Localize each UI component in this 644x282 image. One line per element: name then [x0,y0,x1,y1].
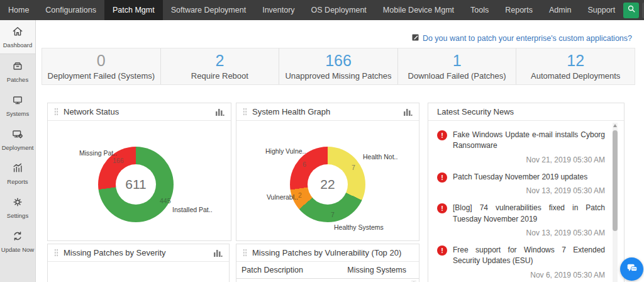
news-title-link[interactable]: Free support for Windows 7 Extended Secu… [453,245,605,267]
news-scrollbar-thumb[interactable] [613,130,618,231]
sidebar-item-label: Deployment [2,144,34,151]
nav-item-admin[interactable]: Admin [541,0,579,20]
drag-handle-icon[interactable] [54,108,58,116]
sidebar-item-reports[interactable]: Reports [0,156,35,190]
nav-item-reports[interactable]: Reports [497,0,541,20]
news-scrollbar [613,123,618,282]
stat-value: 166 [325,52,352,70]
custom-apps-link[interactable]: Do you want to patch your enterprise's c… [412,33,632,43]
patch-box-icon [11,60,24,75]
vulnerability-panel: Missing Patches by Vulnerability (Top 20… [236,244,419,282]
stat-label: Require Reboot [191,71,248,81]
stat-label: Unapproved Missing Patches [285,71,391,81]
nav-item-home[interactable]: Home [0,0,37,20]
slice-label-health-not: Health Not.. [363,153,397,161]
slice-label-installed: Installed Pat.. [172,206,213,213]
chart-type-icon[interactable] [213,249,223,257]
custom-apps-link-text: Do you want to patch your enterprise's c… [423,34,632,43]
slice-label-vulnerable: Vulnerabl.. [267,193,298,201]
nav-item-support[interactable]: Support [579,0,623,20]
panel-title: Missing Patches by Vulnerability (Top 20… [252,248,401,257]
chat-widget-button[interactable] [620,257,643,281]
security-news-panel: Latest Security News ! Fake Windows Upda… [428,103,625,282]
news-title-link[interactable]: Patch Tuesday November 2019 updates [453,172,605,183]
donut-center-total: 22 [308,164,348,205]
severity-panel: Missing Patches by Severity [47,244,230,282]
panel-title: Missing Patches by Severity [64,248,166,257]
slice-value-highly-vulnerable: 6 [303,161,306,168]
stat-value: 2 [215,52,224,70]
slice-value-health-not: 7 [352,164,355,171]
refresh-icon [11,230,24,245]
stat-require-reboot[interactable]: 2 Require Reboot [161,48,280,84]
search-button[interactable] [623,3,639,18]
news-item: ! Fake Windows Update e-mail installs Cy… [437,125,605,167]
chart-type-icon[interactable] [403,108,413,116]
column-missing-systems: Missing Systems [347,266,406,274]
nav-item-inventory[interactable]: Inventory [254,0,303,20]
drag-handle-icon[interactable] [243,108,247,116]
sidebar-item-patches[interactable]: Patches [0,54,35,88]
stat-label: Download Failed (Patches) [408,71,506,81]
sidebar-item-label: Update Now [1,246,34,253]
stat-label: Automated Deployments [531,71,620,81]
news-date: Nov 13, 2019 05:30 AM [453,228,605,237]
alert-icon: ! [437,130,447,140]
scroll-up-arrow-icon[interactable] [613,124,617,127]
slice-value-vulnerable: 2 [298,191,302,199]
system-health-panel: System Health Graph 22 Highly Vulne.. 6 … [236,103,419,241]
left-sidebar: Dashboard Patches Systems Deployment Rep… [0,20,36,282]
stat-automated-deployments[interactable]: 12 Automated Deployments [516,48,635,84]
sidebar-item-label: Patches [7,76,28,83]
stat-unapproved-missing-patches[interactable]: 166 Unapproved Missing Patches [279,48,398,84]
alert-icon: ! [437,203,447,213]
network-status-panel: Network Status 611 Missing Pat.. 166 445… [47,103,231,241]
sidebar-item-label: Reports [7,178,28,185]
sidebar-item-label: Systems [6,110,29,117]
stat-deployment-failed-systems[interactable]: 0 Deployment Failed (Systems) [42,48,161,84]
sidebar-item-update-now[interactable]: Update Now [0,224,35,258]
slice-label-healthy: Healthy Systems [334,223,384,231]
news-date: Nov 6, 2019 05:30 AM [453,271,605,279]
slice-label-highly-vulnerable: Highly Vulne.. [265,147,306,155]
bar-chart-icon [11,162,24,177]
stat-label: Deployment Failed (Systems) [48,71,155,81]
nav-item-mobile-device-mgmt[interactable]: Mobile Device Mgmt [375,0,462,20]
chart-type-icon[interactable] [215,108,225,116]
news-title-link[interactable]: [Blog] 74 vulnerabilities fixed in Patch… [453,203,605,225]
slice-value-healthy: 7 [331,211,335,218]
sidebar-item-settings[interactable]: Settings [0,190,35,224]
nav-item-patch-mgmt[interactable]: Patch Mgmt [104,0,163,20]
column-patch-description: Patch Description [242,266,303,274]
panel-title: System Health Graph [252,107,330,116]
nav-item-os-deployment[interactable]: OS Deployment [303,0,375,20]
nav-item-software-deployment[interactable]: Software Deployment [163,0,255,20]
slice-value-missing: 166 [113,157,124,164]
sidebar-item-dashboard[interactable]: Dashboard [0,20,35,54]
slice-value-installed: 445 [160,197,171,205]
gear-icon [11,196,24,211]
slice-label-missing: Missing Pat.. [79,149,117,157]
nav-item-tools[interactable]: Tools [462,0,497,20]
home-icon [11,25,24,40]
news-title-link[interactable]: Fake Windows Update e-mail installs Cybo… [453,130,605,152]
nav-item-configurations[interactable]: Configurations [37,0,104,20]
sidebar-item-deployment[interactable]: Deployment [0,122,35,156]
compose-icon [412,33,419,43]
drag-handle-icon[interactable] [243,249,247,257]
stat-download-failed-patches[interactable]: 1 Download Failed (Patches) [398,48,517,84]
stat-value: 12 [567,52,584,70]
panel-title: Latest Security News [437,107,514,116]
alert-icon: ! [437,172,447,183]
news-date: Nov 21, 2019 05:30 AM [453,155,605,164]
monitor-icon [11,94,24,109]
top-nav: Home Configurations Patch Mgmt Software … [0,0,644,20]
drag-handle-icon[interactable] [54,249,58,257]
sidebar-item-label: Dashboard [3,42,32,48]
alert-icon: ! [437,245,447,256]
vulnerability-table-header: Patch Description Missing Systems [236,262,419,279]
news-item: ! Patch Tuesday November 2019 updates No… [437,167,605,198]
sidebar-item-systems[interactable]: Systems [0,88,35,122]
news-item: ! [Blog] 74 vulnerabilities fixed in Pat… [437,198,605,240]
donut-center-total: 611 [116,164,156,205]
